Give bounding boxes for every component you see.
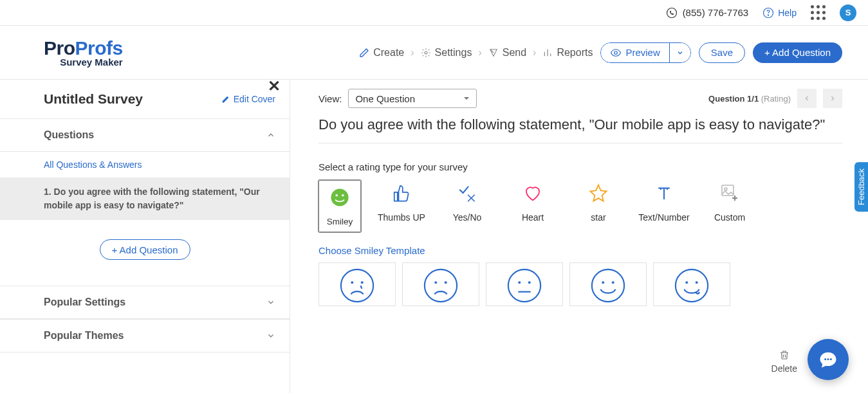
delete-question-button[interactable]: Delete — [771, 349, 797, 374]
svg-point-27 — [830, 358, 832, 360]
edit-cover-link[interactable]: Edit Cover — [221, 94, 275, 104]
step-send[interactable]: Send — [488, 47, 526, 59]
svg-point-23 — [685, 281, 688, 284]
choose-smiley-label: Choose Smiley Template — [319, 245, 842, 256]
top-utility-bar: (855) 776-7763 Help S — [0, 0, 868, 26]
all-questions-link[interactable]: All Questions & Answers — [0, 152, 290, 178]
rating-type-textnum[interactable]: Text/Number — [639, 180, 689, 232]
face-happy-icon — [589, 267, 627, 304]
workflow-steps: Create › Settings › Send › Reports — [359, 47, 593, 59]
thumbs-up-icon — [392, 183, 411, 203]
rating-type-thumbs[interactable]: Thumbs UP — [376, 180, 427, 232]
chevron-right-icon: › — [478, 47, 481, 59]
smiley-template-4[interactable] — [569, 262, 647, 306]
star-icon — [589, 183, 608, 203]
user-avatar[interactable]: S — [840, 5, 856, 21]
smiley-template-1[interactable] — [319, 262, 396, 306]
rating-type-row: Smiley Thumbs UP Yes/No Heart — [319, 180, 842, 232]
svg-point-26 — [827, 358, 829, 360]
chevron-left-icon — [803, 95, 811, 102]
chevron-down-icon — [266, 331, 275, 340]
face-neutral-icon — [506, 267, 543, 304]
app-header: ProProfs Survey Maker Create › Settings … — [0, 26, 868, 80]
phone-number[interactable]: (855) 776-7763 — [666, 7, 749, 19]
svg-point-6 — [335, 194, 338, 197]
phone-text: (855) 776-7763 — [683, 7, 749, 18]
svg-point-4 — [614, 51, 618, 54]
svg-point-25 — [824, 358, 826, 360]
rating-prompt: Select a rating type for your survey — [319, 161, 842, 172]
svg-point-16 — [508, 270, 540, 302]
survey-title[interactable]: Untitled Survey — [44, 91, 214, 107]
rating-type-smiley[interactable]: Smiley — [319, 180, 361, 232]
svg-point-13 — [425, 270, 457, 302]
rating-type-custom[interactable]: Custom — [705, 180, 755, 232]
svg-point-7 — [342, 194, 344, 197]
next-question-button[interactable] — [823, 89, 842, 108]
svg-point-22 — [676, 270, 708, 302]
feedback-tab[interactable]: Feedback — [854, 162, 868, 212]
question-list-item[interactable]: 1. Do you agree with the following state… — [0, 178, 290, 220]
heart-icon — [523, 183, 542, 203]
view-select[interactable]: One Question — [348, 89, 477, 108]
step-reports[interactable]: Reports — [542, 47, 593, 59]
close-sidebar-button[interactable]: ✕ — [268, 80, 281, 95]
chevron-down-icon — [676, 49, 684, 57]
view-label: View: — [319, 93, 342, 104]
chevron-right-icon — [829, 95, 836, 102]
step-create[interactable]: Create — [359, 47, 404, 59]
preview-button-group: Preview — [600, 42, 690, 63]
eye-icon — [610, 47, 622, 59]
svg-point-18 — [528, 281, 531, 284]
smiley-template-row — [319, 262, 842, 306]
sidebar: ✕ Untitled Survey Edit Cover Questions A… — [0, 80, 290, 393]
help-icon — [762, 7, 774, 19]
chart-icon — [542, 48, 553, 58]
smiley-template-2[interactable] — [402, 262, 479, 306]
smiley-icon — [329, 187, 350, 208]
questions-section: Questions All Questions & Answers 1. Do … — [0, 118, 290, 286]
step-settings[interactable]: Settings — [421, 47, 472, 59]
svg-point-5 — [331, 188, 348, 206]
text-icon — [654, 183, 674, 203]
sidebar-add-question-button[interactable]: + Add Question — [100, 239, 190, 260]
pencil-icon — [221, 95, 230, 104]
question-title[interactable]: Do you agree with the following statemen… — [319, 114, 842, 143]
preview-dropdown[interactable] — [669, 43, 690, 62]
gear-icon — [421, 48, 431, 58]
smiley-template-3[interactable] — [486, 262, 563, 306]
svg-point-2 — [768, 14, 769, 15]
send-icon — [488, 48, 499, 58]
chat-launcher[interactable] — [808, 339, 849, 380]
popular-settings-accordion-header[interactable]: Popular Settings — [0, 286, 290, 319]
popular-themes-section: Popular Themes — [0, 319, 290, 352]
chevron-right-icon: › — [411, 47, 414, 59]
svg-point-11 — [351, 281, 353, 284]
question-pager: Question 1/1 (Rating) — [708, 89, 842, 108]
smiley-template-5[interactable] — [653, 262, 730, 306]
rating-type-yesno[interactable]: Yes/No — [442, 180, 492, 232]
rating-type-star[interactable]: star — [573, 180, 623, 232]
apps-menu-icon[interactable] — [811, 5, 826, 20]
logo-subtitle: Survey Maker — [60, 57, 123, 68]
popular-themes-accordion-header[interactable]: Popular Themes — [0, 320, 290, 352]
svg-point-3 — [425, 51, 427, 54]
logo-wordmark: ProProfs — [44, 37, 123, 59]
face-sad-icon — [422, 267, 459, 304]
save-button[interactable]: Save — [699, 42, 745, 63]
add-question-button[interactable]: + Add Question — [753, 42, 842, 63]
rating-type-heart[interactable]: Heart — [508, 180, 558, 232]
prev-question-button[interactable] — [797, 89, 817, 108]
help-text: Help — [778, 8, 797, 18]
editor-panel: View: One Question Question 1/1 (Rating) — [290, 80, 868, 393]
chat-icon — [818, 350, 838, 369]
phone-icon — [666, 7, 678, 19]
chevron-up-icon — [266, 131, 275, 140]
help-link[interactable]: Help — [762, 7, 797, 19]
questions-accordion-header[interactable]: Questions — [0, 119, 290, 152]
preview-button[interactable]: Preview — [601, 43, 669, 62]
svg-point-19 — [592, 270, 624, 302]
svg-point-17 — [518, 281, 521, 284]
pencil-icon — [359, 48, 369, 58]
logo[interactable]: ProProfs Survey Maker — [44, 37, 123, 68]
